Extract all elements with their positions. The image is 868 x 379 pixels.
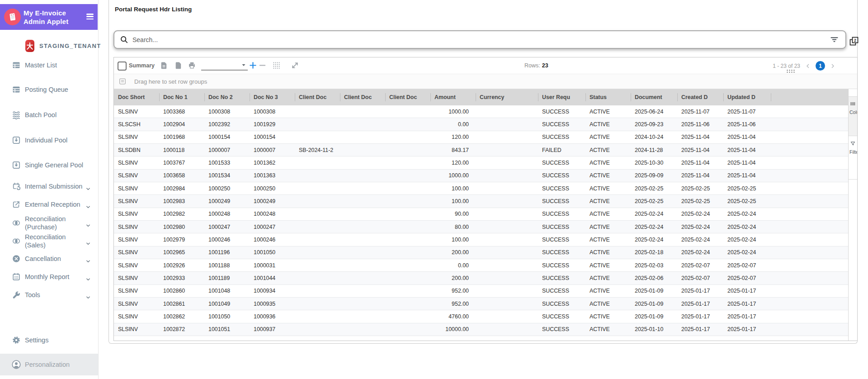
sidebar-item-batch-pool[interactable]: Batch Pool [0,106,98,124]
file-blank-icon[interactable] [174,61,183,70]
table-cell [476,298,538,310]
plus-icon[interactable] [249,61,257,70]
column-header-doc-short-0[interactable]: Doc Short [114,89,159,105]
column-header-client-doc-4[interactable]: Client Doc [295,89,340,105]
table-row[interactable]: SLSINV100286110010491000935952.00SUCCESS… [114,298,849,310]
table-cell: 1002862 [159,310,204,322]
table-cell-filler [771,246,849,259]
sidebar-item-label: Posting Queue [25,85,85,94]
chevron-right-icon[interactable] [830,63,835,69]
column-header-client-doc-5[interactable]: Client Doc [340,89,385,105]
expand-icon[interactable] [291,61,299,70]
table-cell-filler [771,118,849,130]
table-row[interactable]: SLSINV100196810001541000154120.00SUCCESS… [114,131,849,144]
chevron-down-icon[interactable] [85,276,91,283]
pagination: 1 - 23 of 23 1 [773,61,835,71]
table-cell: 952.00 [430,285,476,297]
sidebar-item-label: Master List [25,61,85,69]
table-row[interactable]: SLSINV1003368100030810003081000.00SUCCES… [114,105,849,118]
view-select-dropdown[interactable] [201,61,248,71]
printer-icon[interactable] [188,61,196,70]
chevron-down-icon[interactable] [85,204,91,210]
table-row[interactable]: SLSINV1002862100105010009364760.00SUCCES… [114,310,849,323]
tab-filters[interactable]: Filters [849,137,857,180]
column-header-doc-no-3-3[interactable]: Doc No 3 [250,89,295,105]
table-row[interactable]: SLSINV100286010010481000934952.00SUCCESS… [114,285,849,298]
sidebar-item-single-general-pool[interactable]: Single General Pool [0,156,98,174]
column-header-doc-no-2-2[interactable]: Doc No 2 [204,89,250,105]
column-header-currency-8[interactable]: Currency [476,89,538,105]
sidebar-item-individual-pool[interactable]: Individual Pool [0,131,98,149]
tab-columns[interactable]: Columns [849,96,857,136]
column-header-client-doc-6[interactable]: Client Doc [385,89,430,105]
table-row[interactable]: SLSINV100298410002501000250100.00SUCCESS… [114,182,849,195]
table-cell [340,195,385,207]
sidebar-item-tools[interactable]: Tools [0,286,98,304]
chevron-left-icon[interactable] [805,63,811,69]
table-cell [340,259,385,271]
table-cell [340,105,385,118]
sidebar-item-reconciliation-purchase[interactable]: Reconciliation (Purchase) [0,213,98,233]
app-title-line2: Admin Applet [24,17,68,26]
table-row[interactable]: SLSINV100296510011961001050200.00SUCCESS… [114,246,849,259]
dot-grid-icon[interactable] [272,61,281,70]
table-cell: 2025-02-25 [677,195,723,207]
table-cell: 2025-02-25 [631,195,677,207]
sidebar-item-master-list[interactable]: Master List [0,56,98,74]
summary-checkbox[interactable] [118,62,127,71]
sidebar-item-reconciliation-sales[interactable]: Reconciliation (Sales) [0,231,98,251]
table-row[interactable]: SLSDBN100011810000071000007SB-2024-11-28… [114,144,849,156]
page-number-button[interactable]: 1 [816,61,825,71]
chevron-down-icon[interactable] [85,258,91,265]
table-row[interactable]: SLSINV10029821000248100024890.00SUCCESSA… [114,208,849,221]
column-header-document-11[interactable]: Document [631,89,677,105]
chevron-down-icon[interactable] [85,223,91,229]
table-cell: 2025-02-07 [723,272,771,284]
table-row[interactable]: SLSINV10028721001051100093710000.00SUCCE… [114,323,849,336]
table-cell: 1000249 [204,195,250,207]
sidebar-item-monthly-report[interactable]: Monthly Report [0,268,98,286]
column-header-amount-7[interactable]: Amount [430,89,476,105]
table-cell: 4760.00 [430,310,476,322]
column-header-status-10[interactable]: Status [585,89,631,105]
table-cell [340,131,385,143]
chevron-down-icon[interactable] [85,241,91,247]
table-cell: 2024-10-24 [631,131,677,143]
column-header-created-d-12[interactable]: Created D [677,89,723,105]
table-cell: SUCCESS [538,195,585,207]
column-header-user-requ-9[interactable]: User Requ [538,89,585,105]
row-group-dropzone[interactable]: Drag here to set row groups [114,74,857,89]
table-cell [340,298,385,310]
column-header-doc-no-1-1[interactable]: Doc No 1 [159,89,204,105]
table-row[interactable]: SLSINV1003658100153410013631000.00SUCCES… [114,170,849,182]
table-row[interactable]: SLSINV100297910002461000246100.00SUCCESS… [114,233,849,246]
table-cell: ACTIVE [585,131,631,143]
table-row[interactable]: SLSINV100293310011891001044200.00SUCCESS… [114,272,849,284]
table-row[interactable]: SLSCSH1002904100239210019290.00SUCCESSAC… [114,118,849,131]
table-row[interactable]: SLSINV100298310002491000249100.00SUCCESS… [114,195,849,208]
chevron-down-icon[interactable] [85,186,91,192]
sidebar-item-settings[interactable]: Settings [0,331,98,349]
sidebar-item-personalization[interactable]: Personalization [0,354,98,375]
window-switch-icon[interactable]: 2 [849,36,859,47]
search-input[interactable] [132,36,830,44]
sidebar-item-posting-queue[interactable]: Posting Queue [0,81,98,99]
sidebar-item-internal-submission[interactable]: Internal Submission [0,176,98,196]
column-header-updated-d-13[interactable]: Updated D [723,89,771,105]
hamburger-menu-icon[interactable] [86,14,94,21]
table-cell: 2025-02-25 [677,182,723,194]
table-cell: 1001050 [250,246,295,259]
sidebar-item-cancellation[interactable]: Cancellation [0,250,98,268]
table-cell: SUCCESS [538,233,585,246]
minus-icon[interactable] [258,61,267,70]
sidebar-item-external-reception[interactable]: External Reception [0,194,98,214]
table-row[interactable]: SLSINV1002926100118810000310.00SUCCESSAC… [114,259,849,272]
table-cell: 2025-02-03 [631,259,677,271]
table-cell: 1001363 [250,170,295,182]
file-text-icon[interactable] [160,61,168,70]
chevron-down-icon[interactable] [85,294,91,301]
filter-list-icon[interactable] [830,35,839,44]
table-cell: 0.00 [430,118,476,130]
table-row[interactable]: SLSINV10029801000247100024780.00SUCCESSA… [114,221,849,233]
table-row[interactable]: SLSINV100376710015331001362120.00SUCCESS… [114,156,849,169]
